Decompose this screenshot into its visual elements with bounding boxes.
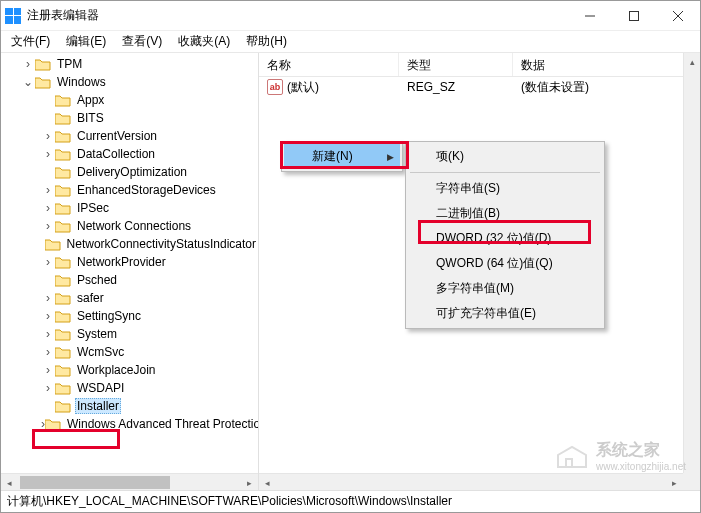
expand-icon[interactable]: › [41,291,55,305]
ctx-multistring[interactable]: 多字符串值(M) [408,276,602,301]
folder-icon [55,346,71,359]
expand-icon[interactable]: › [41,219,55,233]
expand-icon[interactable]: › [41,309,55,323]
folder-icon [55,94,71,107]
ctx-binary[interactable]: 二进制值(B) [408,201,602,226]
tree-item-deliveryopt[interactable]: DeliveryOptimization [1,163,258,181]
scroll-up-icon[interactable]: ▴ [684,53,701,70]
expand-icon[interactable]: › [41,147,55,161]
expand-icon[interactable]: › [41,255,55,269]
scroll-right-icon[interactable]: ▸ [666,474,683,491]
folder-icon [55,130,71,143]
context-menu-2: 项(K) 字符串值(S) 二进制值(B) DWORD (32 位)值(D) QW… [405,141,605,329]
folder-icon [55,184,71,197]
tree-item-tpm[interactable]: TPM [55,57,84,71]
tree-item-label: Windows Advanced Threat Protection [65,417,259,431]
list-row-default[interactable]: ab (默认) REG_SZ (数值未设置) [259,77,700,97]
column-type[interactable]: 类型 [399,53,513,76]
expand-icon[interactable]: › [41,129,55,143]
expand-icon[interactable]: › [41,201,55,215]
ctx-key[interactable]: 项(K) [408,144,602,169]
menu-file[interactable]: 文件(F) [3,31,58,52]
menu-edit[interactable]: 编辑(E) [58,31,114,52]
tree-item-label: NetworkConnectivityStatusIndicator [65,237,258,251]
scroll-corner [683,473,700,490]
folder-icon [55,310,71,323]
tree-item-appx[interactable]: Appx [1,91,258,109]
tree-item-label: System [75,327,119,341]
submenu-arrow-icon: ▶ [387,152,394,162]
watermark: 系统之家 www.xitongzhijia.net [554,440,686,472]
tree-item-label: WSDAPI [75,381,126,395]
folder-icon [55,382,71,395]
statusbar: 计算机\HKEY_LOCAL_MACHINE\SOFTWARE\Policies… [1,490,700,512]
collapse-icon[interactable]: ⌄ [21,75,35,89]
tree-item-netconn[interactable]: ›Network Connections [1,217,258,235]
tree-item-netprovider[interactable]: ›NetworkProvider [1,253,258,271]
tree-item-watp[interactable]: ›Windows Advanced Threat Protection [1,415,258,433]
tree-item-label: CurrentVersion [75,129,159,143]
menu-view[interactable]: 查看(V) [114,31,170,52]
registry-values-pane: 名称 类型 数据 ab (默认) REG_SZ (数值未设置) 新建(N)▶ 项… [259,53,700,490]
close-button[interactable] [656,1,700,30]
tree-item-installer[interactable]: Installer [1,397,258,415]
ctx-new[interactable]: 新建(N)▶ [284,144,400,169]
menubar: 文件(F) 编辑(E) 查看(V) 收藏夹(A) 帮助(H) [1,31,700,53]
menu-help[interactable]: 帮助(H) [238,31,295,52]
list-header: 名称 类型 数据 [259,53,700,77]
ctx-string[interactable]: 字符串值(S) [408,176,602,201]
scroll-right-icon[interactable]: ▸ [241,474,258,490]
tree-item-bits[interactable]: BITS [1,109,258,127]
tree-item-workplacejoin[interactable]: ›WorkplaceJoin [1,361,258,379]
tree-item-label: IPSec [75,201,111,215]
list-hscrollbar[interactable]: ◂ ▸ [259,473,683,490]
folder-icon [55,364,71,377]
tree-item-psched[interactable]: Psched [1,271,258,289]
tree-item-currentversion[interactable]: ›CurrentVersion [1,127,258,145]
menu-favorites[interactable]: 收藏夹(A) [170,31,238,52]
expand-icon[interactable]: › [41,381,55,395]
tree-item-label: Network Connections [75,219,193,233]
expand-icon[interactable]: › [41,345,55,359]
maximize-button[interactable] [612,1,656,30]
ctx-dword[interactable]: DWORD (32 位)值(D) [408,226,602,251]
folder-icon [55,202,71,215]
value-name: (默认) [287,79,319,96]
ctx-qword[interactable]: QWORD (64 位)值(Q) [408,251,602,276]
watermark-icon [554,441,590,471]
folder-icon [55,166,71,179]
folder-icon [55,220,71,233]
tree-item-wcmsvc[interactable]: ›WcmSvc [1,343,258,361]
folder-icon [35,58,51,71]
expand-icon[interactable]: › [41,327,55,341]
tree-item-enhancedstorage[interactable]: ›EnhancedStorageDevices [1,181,258,199]
tree-item-label: WcmSvc [75,345,126,359]
folder-icon [35,76,51,89]
tree-item-settingsync[interactable]: ›SettingSync [1,307,258,325]
tree-item-wsdapi[interactable]: ›WSDAPI [1,379,258,397]
tree-item-label: WorkplaceJoin [75,363,157,377]
folder-icon [45,418,61,431]
tree-hscrollbar[interactable]: ◂ ▸ [1,473,258,490]
tree-item-safer[interactable]: ›safer [1,289,258,307]
ctx-expandstring[interactable]: 可扩充字符串值(E) [408,301,602,326]
tree-item-ipsec[interactable]: ›IPSec [1,199,258,217]
expand-icon[interactable]: › [41,363,55,377]
string-value-icon: ab [267,79,283,95]
scroll-left-icon[interactable]: ◂ [1,474,18,490]
tree-item-datacollection[interactable]: ›DataCollection [1,145,258,163]
folder-icon [55,292,71,305]
tree-item-netconnstatus[interactable]: NetworkConnectivityStatusIndicator [1,235,258,253]
minimize-button[interactable] [568,1,612,30]
tree-item-windows[interactable]: Windows [55,75,108,89]
scroll-left-icon[interactable]: ◂ [259,474,276,491]
expand-icon[interactable]: › [21,57,35,71]
column-name[interactable]: 名称 [259,53,399,76]
column-data[interactable]: 数据 [513,53,700,76]
status-path: 计算机\HKEY_LOCAL_MACHINE\SOFTWARE\Policies… [7,493,452,510]
tree-item-system[interactable]: ›System [1,325,258,343]
expand-icon[interactable]: › [41,183,55,197]
folder-icon [55,274,71,287]
list-vscrollbar[interactable]: ▴ ▾ [683,53,700,490]
registry-tree-pane[interactable]: ›TPM ⌄Windows AppxBITS›CurrentVersion›Da… [1,53,259,490]
